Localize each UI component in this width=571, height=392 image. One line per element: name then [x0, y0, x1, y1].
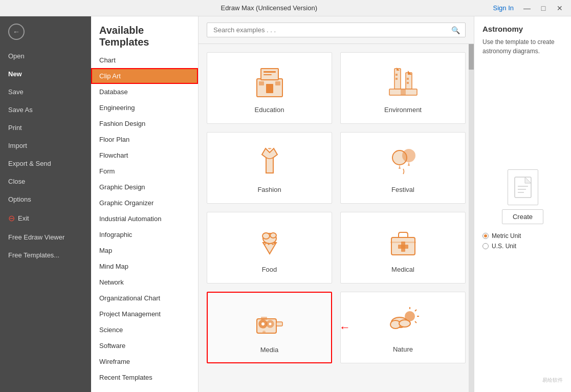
svg-point-28	[269, 323, 271, 325]
template-card-festival[interactable]: Festival	[340, 132, 466, 204]
sidebar-item-export-send[interactable]: Export & Send	[0, 155, 91, 172]
sidebar-item-open[interactable]: Open	[0, 47, 91, 65]
template-item-wireframe[interactable]: Wireframe	[91, 354, 198, 369]
template-item-chart[interactable]: Chart	[91, 52, 198, 68]
right-panel: Astronomy Use the template to create ast…	[474, 16, 571, 392]
sidebar-item-close[interactable]: Close	[0, 172, 91, 190]
media-label: Media	[260, 346, 278, 354]
template-card-education[interactable]: Education	[207, 52, 332, 124]
sidebar-item-save[interactable]: Save	[0, 83, 91, 101]
template-item-floor-plan[interactable]: Floor Plan	[91, 132, 198, 147]
metric-radio[interactable]	[482, 233, 489, 239]
us-radio[interactable]	[482, 243, 489, 249]
svg-rect-11	[396, 78, 398, 80]
svg-rect-5	[259, 81, 264, 85]
template-card-nature[interactable]: Nature	[340, 292, 466, 363]
svg-rect-40	[515, 177, 531, 198]
svg-rect-6	[275, 81, 280, 85]
back-button[interactable]: ←	[0, 16, 91, 47]
svg-point-39	[399, 320, 410, 327]
svg-point-31	[262, 331, 266, 334]
template-item-flowchart[interactable]: Flowchart	[91, 147, 198, 163]
svg-rect-4	[266, 84, 273, 93]
template-item-science[interactable]: Science	[91, 322, 198, 338]
maximize-button[interactable]: □	[536, 3, 551, 13]
template-item-database[interactable]: Database	[91, 84, 198, 100]
template-item-clip-art[interactable]: Clip Art	[91, 68, 198, 84]
template-item-infographic[interactable]: Infographic	[91, 227, 198, 243]
template-list-panel: Available Templates Chart Clip Art ← Dat…	[91, 16, 199, 392]
environment-label: Environment	[384, 106, 422, 114]
us-unit-option[interactable]: U.S. Unit	[482, 243, 563, 250]
fashion-label: Fashion	[257, 186, 281, 193]
template-item-form[interactable]: Form	[91, 163, 198, 179]
svg-rect-10	[396, 74, 398, 76]
right-panel-description: Use the template to create astronomy dia…	[482, 37, 563, 161]
svg-line-34	[415, 310, 416, 311]
template-item-recent-templates[interactable]: Recent Templates	[91, 369, 198, 385]
template-item-org-chart[interactable]: Organizational Chart	[91, 290, 198, 306]
svg-rect-30	[261, 317, 267, 320]
sidebar-item-exit[interactable]: ⊖ Exit	[0, 208, 91, 228]
template-item-project-management[interactable]: Project Management	[91, 306, 198, 322]
template-list-scroll[interactable]: Chart Clip Art ← Database Engineering Fa…	[91, 52, 198, 392]
template-item-clip-art-wrapper: Clip Art ←	[91, 68, 198, 84]
template-item-map[interactable]: Map	[91, 243, 198, 258]
available-templates-header: Available Templates	[91, 16, 198, 52]
close-button[interactable]: ✕	[553, 3, 567, 13]
sidebar-item-new[interactable]: New	[0, 65, 91, 83]
food-icon	[249, 221, 290, 262]
titlebar-title: Edraw Max (Unlicensed Version)	[45, 4, 493, 12]
metric-unit-option[interactable]: Metric Unit	[482, 232, 563, 239]
media-icon	[249, 301, 290, 342]
signin-link[interactable]: Sign In	[493, 4, 514, 12]
template-item-network[interactable]: Network	[91, 274, 198, 290]
template-item-fashion-design[interactable]: Fashion Design	[91, 116, 198, 132]
svg-rect-29	[276, 322, 282, 326]
search-bar: 🔍	[199, 16, 474, 44]
sidebar-item-save-as[interactable]: Save As	[0, 101, 91, 119]
sidebar-item-options[interactable]: Options	[0, 190, 91, 208]
watermark: 易绘软件	[482, 377, 563, 384]
festival-icon	[383, 141, 424, 182]
sidebar-item-free-viewer[interactable]: Free Edraw Viewer	[0, 228, 91, 246]
sidebar: ← Open New Save Save As Print Import Exp…	[0, 16, 91, 392]
svg-point-19	[270, 233, 276, 238]
search-button[interactable]: 🔍	[451, 26, 460, 34]
fashion-icon	[249, 141, 290, 182]
search-input[interactable]	[207, 23, 466, 37]
sidebar-item-free-templates[interactable]: Free Templates...	[0, 246, 91, 264]
svg-rect-8	[406, 73, 412, 89]
minimize-button[interactable]: —	[520, 3, 534, 13]
education-label: Education	[255, 106, 284, 114]
template-item-software[interactable]: Software	[91, 338, 198, 354]
template-grid: Education	[207, 52, 466, 363]
template-item-industrial-automation[interactable]: Industrial Automation	[91, 211, 198, 227]
create-button[interactable]: Create	[502, 209, 543, 224]
svg-rect-14	[401, 89, 406, 95]
template-card-media[interactable]: ←	[207, 292, 332, 363]
template-card-environment[interactable]: Environment	[340, 52, 466, 124]
grid-scrollbar-thumb[interactable]	[469, 44, 474, 70]
template-grid-scroll[interactable]: Education	[199, 44, 474, 392]
template-item-graphic-organizer[interactable]: Graphic Organizer	[91, 195, 198, 211]
right-panel-title: Astronomy	[482, 25, 563, 33]
template-card-food[interactable]: Food	[207, 212, 332, 284]
svg-rect-23	[398, 245, 408, 249]
svg-point-26	[261, 322, 265, 325]
svg-point-16	[403, 149, 415, 162]
food-label: Food	[262, 266, 277, 273]
grid-scrollbar-track[interactable]	[469, 44, 474, 392]
environment-icon	[383, 61, 424, 102]
svg-rect-3	[263, 74, 272, 75]
template-card-fashion[interactable]: Fashion	[207, 132, 332, 204]
template-card-medical[interactable]: Medical	[340, 212, 466, 284]
festival-label: Festival	[391, 186, 414, 193]
template-item-engineering[interactable]: Engineering	[91, 100, 198, 116]
template-item-graphic-design[interactable]: Graphic Design	[91, 179, 198, 195]
create-section: Create	[482, 169, 563, 224]
sidebar-item-print[interactable]: Print	[0, 119, 91, 137]
sidebar-item-import[interactable]: Import	[0, 137, 91, 155]
titlebar: Edraw Max (Unlicensed Version) Sign In —…	[0, 0, 571, 16]
template-item-mind-map[interactable]: Mind Map	[91, 258, 198, 274]
